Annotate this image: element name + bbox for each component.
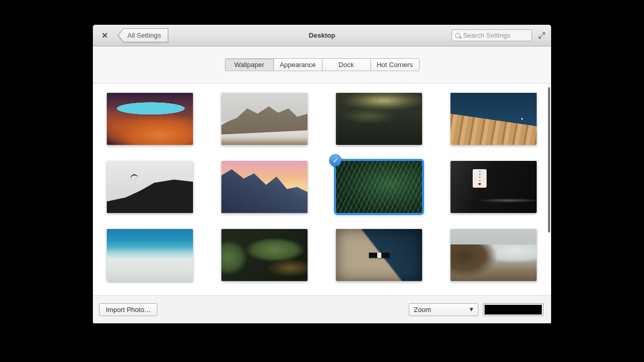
tab-appearance[interactable]: Appearance <box>273 58 323 71</box>
wallpaper-thumbnail-coast-cliff[interactable] <box>450 229 537 281</box>
wallpaper-thumbnail-canyon[interactable] <box>107 93 193 145</box>
search-input[interactable] <box>463 31 528 39</box>
header-bar: ✕ All Settings Desktop ⤢ <box>93 25 551 46</box>
zoom-dropdown-label: Zoom <box>414 306 431 314</box>
background-color-button[interactable] <box>483 303 543 316</box>
wallpaper-thumbnail-snowy-mountains[interactable] <box>221 93 308 145</box>
wallpaper-thumbnail-lantern[interactable] <box>450 161 537 213</box>
wallpaper-thumbnail-conifer-branch[interactable] <box>221 229 308 281</box>
vertical-scrollbar[interactable] <box>548 87 550 233</box>
wallpaper-grid: ✓ <box>93 84 551 290</box>
back-button[interactable]: All Settings <box>118 28 168 42</box>
chevron-down-icon: ▼ <box>470 307 473 312</box>
search-icon <box>455 33 460 38</box>
close-icon[interactable]: ✕ <box>99 30 110 41</box>
import-photo-button[interactable]: Import Photo… <box>99 303 157 316</box>
selected-check-icon: ✓ <box>329 154 342 167</box>
tab-hot-corners[interactable]: Hot Corners <box>371 58 420 71</box>
wallpaper-thumbnail-bird-mountain[interactable] <box>107 161 193 213</box>
wallpaper-scroll-area: ✓ <box>93 84 551 295</box>
action-bar: Import Photo… Zoom ▼ <box>93 295 551 323</box>
tab-group: Wallpaper Appearance Dock Hot Corners <box>225 58 420 71</box>
wallpaper-thumbnail-ocean-aerial[interactable] <box>107 229 193 281</box>
tab-section: Wallpaper Appearance Dock Hot Corners <box>93 46 551 84</box>
color-swatch-fill <box>485 305 542 315</box>
tab-wallpaper[interactable]: Wallpaper <box>225 58 274 71</box>
tab-dock[interactable]: Dock <box>322 58 371 71</box>
settings-window: ✕ All Settings Desktop ⤢ Wallpaper Appea… <box>93 25 551 323</box>
maximize-icon[interactable]: ⤢ <box>538 31 545 40</box>
search-input-container[interactable] <box>452 29 532 41</box>
wallpaper-thumbnail-misty-forest[interactable] <box>336 93 422 145</box>
zoom-dropdown[interactable]: Zoom ▼ <box>409 303 478 316</box>
wallpaper-thumbnail-lake-dock[interactable] <box>450 93 537 145</box>
back-button-label[interactable]: All Settings <box>118 29 168 42</box>
wallpaper-thumbnail-fern[interactable]: ✓ <box>336 161 422 213</box>
wallpaper-thumbnail-satellite[interactable] <box>336 229 422 281</box>
wallpaper-thumbnail-sunset-peaks[interactable] <box>221 161 308 213</box>
